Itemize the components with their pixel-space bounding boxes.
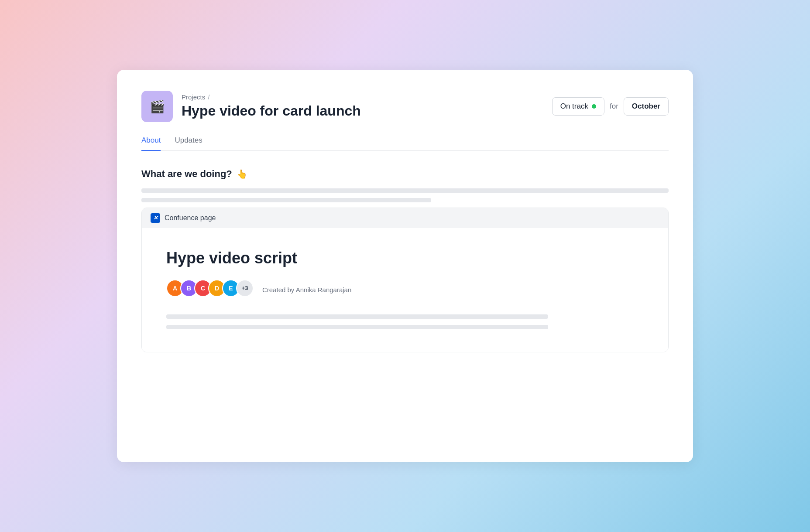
breadcrumb-parent[interactable]: Projects xyxy=(182,93,205,101)
project-title: Hype video for card launch xyxy=(182,102,361,119)
tab-updates[interactable]: Updates xyxy=(175,136,202,151)
section-heading: What are we doing? 👆 xyxy=(141,168,669,180)
for-text: for xyxy=(610,102,618,111)
skeleton-bottom-2 xyxy=(166,325,548,329)
header-right: On track for October xyxy=(552,97,669,116)
month-badge[interactable]: October xyxy=(624,97,669,116)
breadcrumb-separator: / xyxy=(208,93,209,101)
confluence-body: Hype video script A B C D E +3 Created b… xyxy=(142,228,668,352)
page-header: 🎬 Projects / Hype video for card launch … xyxy=(141,91,669,122)
status-badge[interactable]: On track xyxy=(552,97,604,116)
confluence-icon: ✕ xyxy=(151,213,160,223)
tab-about[interactable]: About xyxy=(141,136,161,151)
created-by-row: A B C D E +3 Created by Annika Rangaraja… xyxy=(166,280,644,300)
pointer-cursor-icon: 👆 xyxy=(237,169,247,179)
skeleton-line-1 xyxy=(141,188,669,193)
skeleton-bottom-1 xyxy=(166,314,548,319)
status-label: On track xyxy=(560,102,588,111)
status-dot xyxy=(592,104,596,109)
header-left: 🎬 Projects / Hype video for card launch xyxy=(141,91,361,122)
created-by-text: Created by Annika Rangarajan xyxy=(262,286,351,293)
confluence-header: ✕ Confuence page xyxy=(142,208,668,228)
section-heading-text: What are we doing? xyxy=(141,168,232,180)
main-card: 🎬 Projects / Hype video for card launch … xyxy=(117,70,693,462)
film-icon: 🎬 xyxy=(150,99,165,114)
project-icon: 🎬 xyxy=(141,91,173,122)
avatar-count: +3 xyxy=(236,280,254,297)
header-text: Projects / Hype video for card launch xyxy=(182,93,361,119)
skeleton-lines-bottom xyxy=(166,314,644,329)
breadcrumb: Projects / xyxy=(182,93,361,101)
main-content: What are we doing? 👆 ✕ Confuence page Hy… xyxy=(141,168,669,352)
tabs-bar: About Updates xyxy=(141,136,669,151)
confluence-title: Hype video script xyxy=(166,249,644,267)
confluence-card[interactable]: ✕ Confuence page Hype video script A B C… xyxy=(141,208,669,352)
avatars: A B C D E +3 xyxy=(166,280,254,297)
confluence-header-label: Confuence page xyxy=(165,214,216,222)
skeleton-line-2 xyxy=(141,198,431,202)
